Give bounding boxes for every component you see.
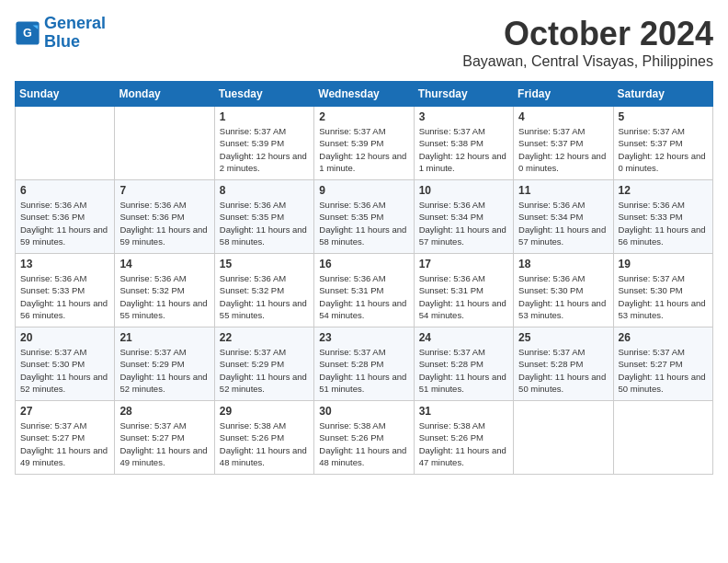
calendar-cell	[16, 107, 115, 180]
day-info: Sunrise: 5:37 AMSunset: 5:39 PMDaylight:…	[220, 125, 309, 174]
day-number: 30	[319, 405, 408, 418]
day-number: 10	[419, 184, 508, 197]
calendar-cell: 3Sunrise: 5:37 AMSunset: 5:38 PMDaylight…	[414, 107, 513, 180]
calendar-week-row: 1Sunrise: 5:37 AMSunset: 5:39 PMDaylight…	[16, 107, 713, 180]
calendar-table: SundayMondayTuesdayWednesdayThursdayFrid…	[15, 81, 713, 475]
calendar-cell: 6Sunrise: 5:36 AMSunset: 5:36 PMDaylight…	[16, 180, 115, 254]
day-info: Sunrise: 5:36 AMSunset: 5:35 PMDaylight:…	[319, 199, 408, 247]
day-info: Sunrise: 5:36 AMSunset: 5:33 PMDaylight:…	[20, 272, 109, 321]
day-number: 17	[419, 258, 508, 270]
day-number: 22	[220, 331, 309, 344]
day-info: Sunrise: 5:36 AMSunset: 5:35 PMDaylight:…	[220, 199, 309, 247]
calendar-cell: 15Sunrise: 5:36 AMSunset: 5:32 PMDayligh…	[214, 254, 313, 327]
day-info: Sunrise: 5:38 AMSunset: 5:26 PMDaylight:…	[220, 419, 309, 468]
calendar-cell: 23Sunrise: 5:37 AMSunset: 5:28 PMDayligh…	[314, 327, 414, 401]
calendar-cell: 27Sunrise: 5:37 AMSunset: 5:27 PMDayligh…	[16, 401, 115, 475]
day-info: Sunrise: 5:37 AMSunset: 5:29 PMDaylight:…	[119, 346, 209, 395]
day-info: Sunrise: 5:37 AMSunset: 5:39 PMDaylight:…	[319, 125, 408, 174]
day-info: Sunrise: 5:36 AMSunset: 5:34 PMDaylight:…	[518, 199, 608, 247]
day-number: 29	[220, 405, 309, 418]
location-title: Bayawan, Central Visayas, Philippines	[462, 53, 713, 70]
calendar-cell: 10Sunrise: 5:36 AMSunset: 5:34 PMDayligh…	[414, 180, 513, 254]
day-number: 16	[319, 258, 408, 270]
day-info: Sunrise: 5:37 AMSunset: 5:30 PMDaylight:…	[619, 272, 708, 321]
day-number: 21	[119, 331, 209, 344]
day-info: Sunrise: 5:37 AMSunset: 5:28 PMDaylight:…	[518, 346, 608, 395]
calendar-week-row: 6Sunrise: 5:36 AMSunset: 5:36 PMDaylight…	[16, 180, 713, 254]
day-number: 2	[319, 110, 408, 123]
day-number: 6	[20, 184, 109, 197]
day-info: Sunrise: 5:37 AMSunset: 5:27 PMDaylight:…	[20, 419, 109, 468]
logo-text: General Blue	[44, 15, 106, 52]
day-info: Sunrise: 5:37 AMSunset: 5:27 PMDaylight:…	[619, 346, 708, 395]
day-number: 23	[319, 331, 408, 344]
day-info: Sunrise: 5:38 AMSunset: 5:26 PMDaylight:…	[419, 419, 508, 468]
day-number: 13	[20, 258, 109, 270]
calendar-cell: 31Sunrise: 5:38 AMSunset: 5:26 PMDayligh…	[414, 401, 513, 475]
day-info: Sunrise: 5:36 AMSunset: 5:30 PMDaylight:…	[518, 272, 608, 321]
day-info: Sunrise: 5:36 AMSunset: 5:33 PMDaylight:…	[619, 199, 708, 247]
calendar-cell: 20Sunrise: 5:37 AMSunset: 5:30 PMDayligh…	[16, 327, 115, 401]
day-number: 25	[518, 331, 608, 344]
calendar-week-row: 13Sunrise: 5:36 AMSunset: 5:33 PMDayligh…	[16, 254, 713, 327]
day-info: Sunrise: 5:36 AMSunset: 5:34 PMDaylight:…	[419, 199, 508, 247]
day-number: 12	[619, 184, 708, 197]
logo: G General Blue	[15, 15, 106, 52]
calendar-cell: 24Sunrise: 5:37 AMSunset: 5:28 PMDayligh…	[414, 327, 513, 401]
weekday-header: Sunday	[16, 82, 115, 107]
day-info: Sunrise: 5:36 AMSunset: 5:36 PMDaylight:…	[119, 199, 209, 247]
day-number: 26	[619, 331, 708, 344]
day-number: 15	[220, 258, 309, 270]
day-number: 14	[119, 258, 209, 270]
day-number: 18	[518, 258, 608, 270]
day-number: 24	[419, 331, 508, 344]
day-number: 11	[518, 184, 608, 197]
logo-icon: G	[15, 20, 40, 46]
day-info: Sunrise: 5:37 AMSunset: 5:38 PMDaylight:…	[419, 125, 508, 174]
month-title: October 2024	[462, 15, 713, 53]
calendar-cell	[613, 401, 712, 475]
calendar-cell: 25Sunrise: 5:37 AMSunset: 5:28 PMDayligh…	[514, 327, 613, 401]
day-number: 4	[518, 110, 608, 123]
calendar-cell: 19Sunrise: 5:37 AMSunset: 5:30 PMDayligh…	[613, 254, 712, 327]
day-number: 20	[20, 331, 109, 344]
calendar-cell	[514, 401, 613, 475]
calendar-cell: 2Sunrise: 5:37 AMSunset: 5:39 PMDaylight…	[314, 107, 414, 180]
day-info: Sunrise: 5:37 AMSunset: 5:37 PMDaylight:…	[518, 125, 608, 174]
calendar-cell: 30Sunrise: 5:38 AMSunset: 5:26 PMDayligh…	[314, 401, 414, 475]
day-number: 5	[619, 110, 708, 123]
day-number: 31	[419, 405, 508, 418]
day-info: Sunrise: 5:36 AMSunset: 5:32 PMDaylight:…	[119, 272, 209, 321]
calendar-cell: 4Sunrise: 5:37 AMSunset: 5:37 PMDaylight…	[514, 107, 613, 180]
day-info: Sunrise: 5:36 AMSunset: 5:31 PMDaylight:…	[319, 272, 408, 321]
header: G General Blue October 2024 Bayawan, Cen…	[15, 15, 713, 70]
calendar-week-row: 27Sunrise: 5:37 AMSunset: 5:27 PMDayligh…	[16, 401, 713, 475]
day-info: Sunrise: 5:37 AMSunset: 5:37 PMDaylight:…	[619, 125, 708, 174]
weekday-header: Saturday	[613, 82, 712, 107]
calendar-cell: 1Sunrise: 5:37 AMSunset: 5:39 PMDaylight…	[214, 107, 313, 180]
calendar-week-row: 20Sunrise: 5:37 AMSunset: 5:30 PMDayligh…	[16, 327, 713, 401]
calendar-cell: 28Sunrise: 5:37 AMSunset: 5:27 PMDayligh…	[115, 401, 214, 475]
day-number: 7	[119, 184, 209, 197]
day-number: 9	[319, 184, 408, 197]
day-info: Sunrise: 5:37 AMSunset: 5:29 PMDaylight:…	[220, 346, 309, 395]
calendar-cell	[115, 107, 214, 180]
day-info: Sunrise: 5:38 AMSunset: 5:26 PMDaylight:…	[319, 419, 408, 468]
day-number: 19	[619, 258, 708, 270]
day-info: Sunrise: 5:37 AMSunset: 5:28 PMDaylight:…	[319, 346, 408, 395]
weekday-header: Thursday	[414, 82, 513, 107]
calendar-cell: 13Sunrise: 5:36 AMSunset: 5:33 PMDayligh…	[16, 254, 115, 327]
header-row: SundayMondayTuesdayWednesdayThursdayFrid…	[16, 82, 713, 107]
weekday-header: Friday	[514, 82, 613, 107]
calendar-cell: 14Sunrise: 5:36 AMSunset: 5:32 PMDayligh…	[115, 254, 214, 327]
calendar-cell: 5Sunrise: 5:37 AMSunset: 5:37 PMDaylight…	[613, 107, 712, 180]
calendar-cell: 11Sunrise: 5:36 AMSunset: 5:34 PMDayligh…	[514, 180, 613, 254]
calendar-cell: 8Sunrise: 5:36 AMSunset: 5:35 PMDaylight…	[214, 180, 313, 254]
day-number: 8	[220, 184, 309, 197]
calendar-cell: 18Sunrise: 5:36 AMSunset: 5:30 PMDayligh…	[514, 254, 613, 327]
day-info: Sunrise: 5:36 AMSunset: 5:31 PMDaylight:…	[419, 272, 508, 321]
day-info: Sunrise: 5:37 AMSunset: 5:30 PMDaylight:…	[20, 346, 109, 395]
day-number: 1	[220, 110, 309, 123]
title-area: October 2024 Bayawan, Central Visayas, P…	[462, 15, 713, 70]
day-info: Sunrise: 5:36 AMSunset: 5:36 PMDaylight:…	[20, 199, 109, 247]
